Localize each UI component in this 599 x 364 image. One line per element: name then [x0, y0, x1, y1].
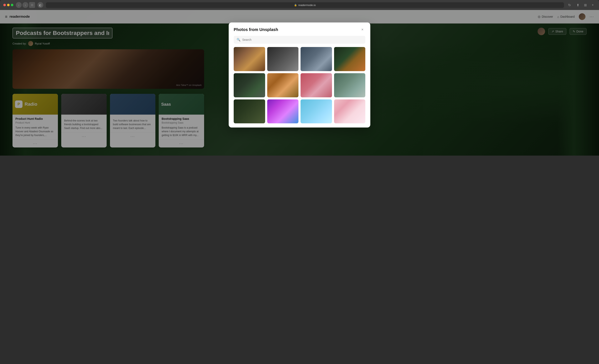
modal-header: Photos from Unsplash × [229, 23, 370, 36]
app-container: ≡ readermode ◎ Discover ⌂ Dashboard ··· [0, 10, 599, 156]
browser-window: ‹ › ⊡ ◐ 🔒 readermode.io ↻ ⬆ ⊞ + [0, 0, 599, 10]
browser-titlebar: ‹ › ⊡ ◐ 🔒 readermode.io ↻ ⬆ ⊞ + [0, 0, 599, 10]
photo-item-7[interactable] [300, 73, 332, 97]
lock-icon: 🔒 [294, 4, 297, 7]
close-traffic-light[interactable] [3, 4, 6, 6]
shield-icon[interactable]: ◐ [37, 2, 43, 8]
search-icon: 🔍 [237, 38, 241, 42]
photo-grid [229, 47, 370, 127]
maximize-traffic-light[interactable] [11, 4, 13, 6]
traffic-lights [3, 4, 13, 6]
photo-item-12[interactable] [334, 99, 366, 124]
photo-item-5[interactable] [234, 73, 265, 97]
photo-item-8[interactable] [334, 73, 366, 97]
address-bar[interactable]: 🔒 readermode.io [46, 2, 564, 8]
browser-nav: ‹ › ⊡ [16, 2, 35, 8]
minimize-traffic-light[interactable] [7, 4, 9, 6]
modal-title: Photos from Unsplash [234, 27, 278, 32]
back-button[interactable]: ‹ [16, 2, 22, 8]
photo-item-10[interactable] [267, 99, 299, 124]
forward-button[interactable]: › [23, 2, 28, 8]
photo-item-6[interactable] [267, 73, 299, 97]
split-view-button[interactable]: ⊡ [29, 2, 35, 8]
photo-item-11[interactable] [300, 99, 332, 124]
unsplash-modal: Photos from Unsplash × 🔍 [229, 23, 370, 127]
new-tab-button[interactable]: + [590, 2, 596, 8]
photo-item-3[interactable] [300, 47, 332, 71]
photo-item-2[interactable] [267, 47, 299, 71]
search-wrapper: 🔍 [234, 36, 365, 44]
modal-search: 🔍 [229, 36, 370, 47]
search-input[interactable] [242, 38, 362, 41]
modal-overlay[interactable]: Photos from Unsplash × 🔍 [0, 10, 599, 156]
url-text: readermode.io [298, 4, 316, 7]
photo-item-1[interactable] [234, 47, 265, 71]
modal-close-button[interactable]: × [360, 27, 365, 33]
reload-button[interactable]: ↻ [566, 2, 572, 8]
add-tab-button[interactable]: ⊞ [582, 2, 588, 8]
photo-item-4[interactable] [334, 47, 366, 71]
photo-item-9[interactable] [234, 99, 265, 124]
share-browser-button[interactable]: ⬆ [575, 2, 581, 8]
browser-actions: ⬆ ⊞ + [575, 2, 596, 8]
